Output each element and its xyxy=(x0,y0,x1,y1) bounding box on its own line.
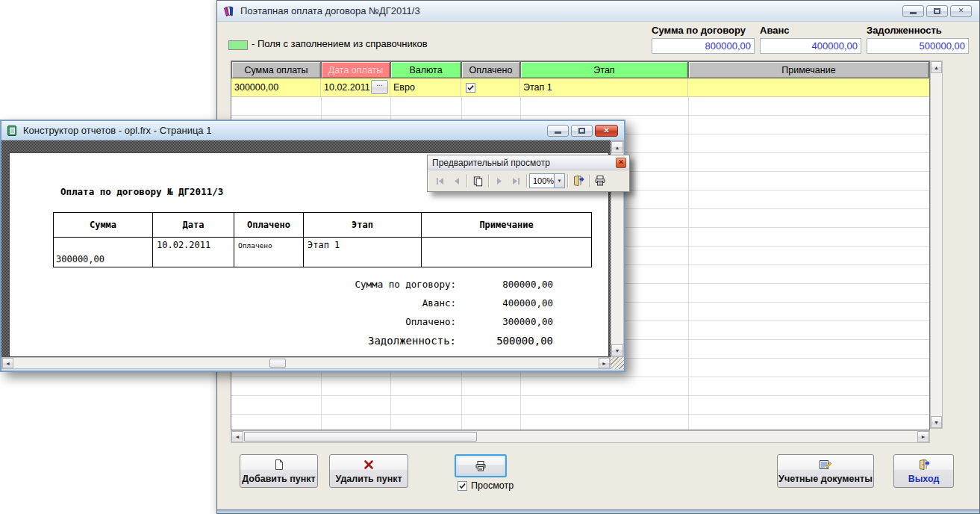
add-item-label: Добавить пункт xyxy=(242,474,315,484)
close-icon: ✕ xyxy=(958,7,964,14)
scroll-left-button[interactable]: ◄ xyxy=(2,358,13,368)
delete-item-label: Удалить пункт xyxy=(335,474,402,484)
date-value: 10.02.2011 xyxy=(324,82,370,93)
resize-grip[interactable] xyxy=(611,357,624,369)
pages-icon xyxy=(472,176,484,187)
preview-toolbar-body: 100% ▼ xyxy=(428,170,629,191)
scroll-down-button[interactable]: ▼ xyxy=(931,416,942,428)
maximize-button[interactable] xyxy=(926,5,948,17)
cell-note[interactable] xyxy=(688,78,929,96)
accounting-documents-button[interactable]: Учетные документы xyxy=(777,454,874,488)
preview-toolbar-titlebar[interactable]: Предварительный просмотр ✕ xyxy=(428,155,629,170)
grid-vertical-scrollbar[interactable]: ▲ ▼ xyxy=(930,61,943,429)
main-window-title: Поэтапная оплата договора №ДГ2011/3 xyxy=(240,5,420,16)
prev-page-icon xyxy=(452,176,461,186)
grid-header-note[interactable]: Примечание xyxy=(688,61,929,78)
toolbar-separator xyxy=(589,174,590,188)
toolbar-separator xyxy=(488,174,489,188)
grid-horizontal-scrollbar[interactable]: ◄ ► xyxy=(231,430,930,443)
report-horizontal-scrollbar[interactable]: ◄ ► xyxy=(1,357,611,369)
summary-line: Аванс:400000,00 xyxy=(262,294,553,312)
pages-button[interactable] xyxy=(469,173,486,189)
preview-checkbox[interactable] xyxy=(458,481,467,491)
next-page-button[interactable] xyxy=(491,173,508,189)
check-icon xyxy=(458,482,466,490)
report-bottom-border xyxy=(1,369,624,371)
grid-header-currency[interactable]: Валюта xyxy=(390,61,461,78)
grid-row: 300000,00 10.02.2011 ... Евро Этап 1 xyxy=(231,78,929,97)
printer-icon xyxy=(594,175,606,187)
rpt-header-sum: Сумма xyxy=(54,213,153,238)
minimize-icon xyxy=(555,131,561,134)
debt-input[interactable] xyxy=(867,38,969,54)
legend-label: - Поля с заполнением из справочников xyxy=(252,38,428,49)
next-page-icon xyxy=(495,176,505,186)
last-page-button[interactable] xyxy=(508,173,524,189)
zoom-value: 100% xyxy=(530,176,554,185)
chevron-down-icon: ▼ xyxy=(558,179,562,183)
scroll-down-button[interactable]: ▼ xyxy=(611,344,623,356)
grid-line xyxy=(688,97,689,430)
rpt-header-paid: Оплачено xyxy=(234,213,304,238)
scroll-left-button[interactable]: ◄ xyxy=(231,431,243,442)
minimize-button[interactable] xyxy=(902,5,924,17)
scroll-up-button[interactable]: ▲ xyxy=(611,141,623,153)
advance-input[interactable] xyxy=(760,38,861,54)
scrollbar-thumb[interactable] xyxy=(244,432,477,442)
zoom-dropdown-button[interactable]: ▼ xyxy=(554,174,564,188)
preview-checkbox-row: Просмотр xyxy=(456,480,514,491)
report-close-button[interactable]: ✕ xyxy=(595,125,618,137)
exit-door-icon xyxy=(918,459,930,471)
grid-header-amount[interactable]: Сумма оплаты xyxy=(231,61,321,78)
toolbar-separator xyxy=(466,174,467,188)
contract-sum-input[interactable] xyxy=(652,38,755,54)
legend-swatch xyxy=(228,40,248,50)
scroll-right-button[interactable]: ► xyxy=(917,431,929,442)
debt-label: Задолженность xyxy=(867,25,942,36)
scroll-right-button[interactable]: ► xyxy=(599,358,610,368)
exit-button[interactable]: Выход xyxy=(893,454,954,488)
first-page-button[interactable] xyxy=(431,173,448,189)
scroll-up-button[interactable]: ▲ xyxy=(931,61,942,73)
close-preview-button[interactable] xyxy=(570,173,587,189)
date-picker-button[interactable]: ... xyxy=(371,80,388,94)
cell-currency[interactable]: Евро xyxy=(390,78,461,96)
cell-stage[interactable]: Этап 1 xyxy=(520,78,688,96)
exit-door-icon xyxy=(572,175,584,187)
close-icon: ✕ xyxy=(603,126,609,134)
rpt-header-stage: Этап xyxy=(304,213,422,238)
main-window-titlebar[interactable]: Поэтапная оплата договора №ДГ2011/3 ✕ xyxy=(217,1,979,22)
cell-date[interactable]: 10.02.2011 ... xyxy=(321,78,390,96)
prev-page-button[interactable] xyxy=(448,173,464,189)
grid-header-paid[interactable]: Оплачено xyxy=(461,61,520,78)
rpt-cell-stage: Этап 1 xyxy=(304,238,422,267)
report-table-header: Сумма Дата Оплачено Этап Примечание xyxy=(54,213,591,238)
report-minimize-button[interactable] xyxy=(547,125,569,137)
cell-paid[interactable] xyxy=(461,78,520,96)
toolbar-separator xyxy=(567,174,568,188)
scrollbar-thumb[interactable] xyxy=(269,359,286,368)
summary-line: Оплачено:300000,00 xyxy=(262,312,553,331)
grid-header-date[interactable]: Дата оплаты xyxy=(321,61,390,78)
grid-header-stage[interactable]: Этап xyxy=(520,61,688,78)
exit-label: Выход xyxy=(908,474,940,484)
close-button[interactable]: ✕ xyxy=(950,5,972,17)
zoom-combo[interactable]: 100% ▼ xyxy=(529,173,565,188)
summary-line: Сумма по договору:800000,00 xyxy=(262,275,553,294)
delete-item-button[interactable]: Удалить пункт xyxy=(329,454,408,488)
report-maximize-button[interactable] xyxy=(571,125,593,137)
print-button[interactable] xyxy=(455,454,507,477)
notebook-icon xyxy=(6,125,18,137)
print-button[interactable] xyxy=(592,173,608,189)
paid-checkbox[interactable] xyxy=(466,83,475,93)
window-bottom-border xyxy=(217,510,979,513)
report-summary: Сумма по договору:800000,00 Аванс:400000… xyxy=(262,275,553,350)
report-table: Сумма Дата Оплачено Этап Примечание 3000… xyxy=(53,212,592,267)
preview-close-button[interactable]: ✕ xyxy=(616,158,626,168)
last-page-icon xyxy=(511,176,521,186)
preview-toolbar-title: Предварительный просмотр xyxy=(432,158,550,168)
first-page-icon xyxy=(435,176,445,186)
add-item-button[interactable]: Добавить пункт xyxy=(240,454,318,488)
report-window-titlebar[interactable]: Конструктор отчетов - opl.frx - Страница… xyxy=(1,121,624,140)
cell-amount[interactable]: 300000,00 xyxy=(231,78,321,96)
